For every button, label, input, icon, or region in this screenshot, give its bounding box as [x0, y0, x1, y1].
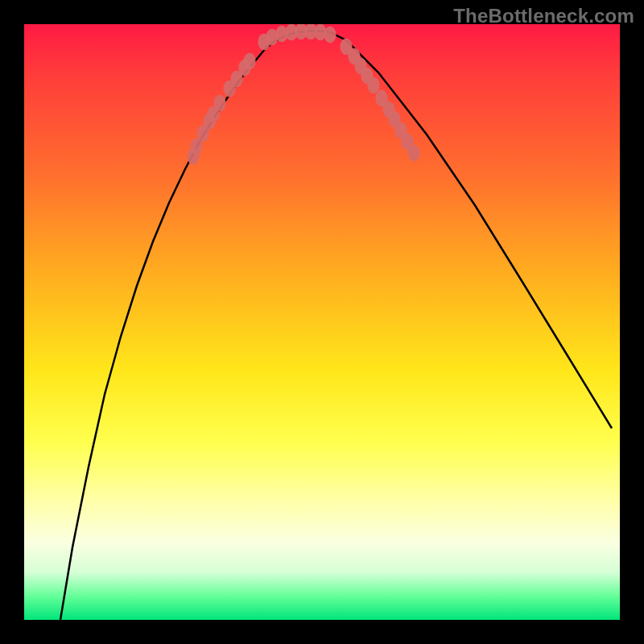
data-marker: [407, 145, 419, 162]
data-marker: [213, 95, 225, 112]
data-marker: [367, 77, 379, 94]
bottleneck-curve: [60, 31, 612, 620]
watermark-text: TheBottleneck.com: [453, 5, 634, 27]
plot-svg: [24, 24, 620, 620]
plot-area: [24, 24, 620, 620]
data-markers: [187, 24, 419, 164]
data-marker: [324, 27, 336, 43]
data-marker: [243, 53, 255, 70]
